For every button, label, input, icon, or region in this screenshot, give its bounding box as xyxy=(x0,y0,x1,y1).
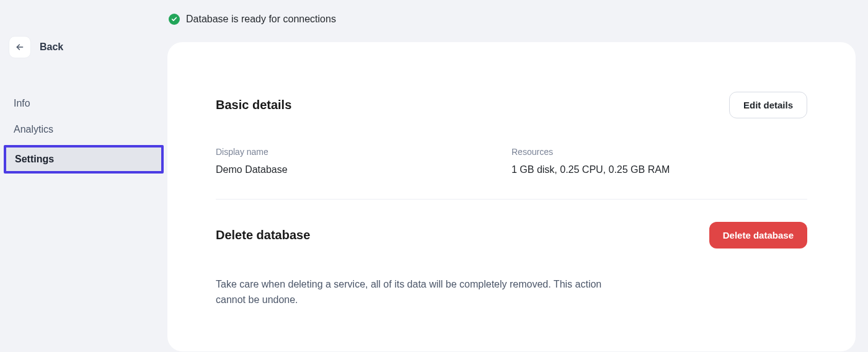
display-name-value: Demo Database xyxy=(216,164,512,175)
active-highlight: Settings xyxy=(4,145,164,174)
delete-description: Take care when deleting a service, all o… xyxy=(216,277,613,308)
edit-details-button[interactable]: Edit details xyxy=(729,92,807,118)
delete-section-title: Delete database xyxy=(216,228,310,242)
sidebar-item-settings[interactable]: Settings xyxy=(4,145,164,174)
sidebar-nav: Info Analytics Settings xyxy=(0,90,167,174)
status-success-icon xyxy=(169,14,180,25)
main: Database is ready for connections Basic … xyxy=(167,0,868,352)
sidebar-item-analytics[interactable]: Analytics xyxy=(0,117,167,143)
sidebar-item-label: Settings xyxy=(15,154,54,164)
status-text: Database is ready for connections xyxy=(186,14,336,25)
basic-details-header: Basic details Edit details xyxy=(216,92,807,118)
settings-card: Basic details Edit details Display name … xyxy=(167,42,856,351)
status-bar: Database is ready for connections xyxy=(167,14,856,25)
delete-database-button[interactable]: Delete database xyxy=(709,222,807,249)
section-divider xyxy=(216,199,807,200)
display-name-col: Display name Demo Database xyxy=(216,147,512,175)
back-label: Back xyxy=(40,42,63,53)
arrow-left-icon xyxy=(15,42,25,52)
delete-section-header: Delete database Delete database xyxy=(216,222,807,249)
sidebar-item-label: Info xyxy=(14,98,30,108)
basic-details-grid: Display name Demo Database Resources 1 G… xyxy=(216,147,807,175)
display-name-label: Display name xyxy=(216,147,512,157)
resources-value: 1 GB disk, 0.25 CPU, 0.25 GB RAM xyxy=(512,164,807,175)
resources-label: Resources xyxy=(512,147,807,157)
sidebar: Back Info Analytics Settings xyxy=(0,0,167,352)
app-root: Back Info Analytics Settings Data xyxy=(0,0,868,352)
resources-col: Resources 1 GB disk, 0.25 CPU, 0.25 GB R… xyxy=(512,147,807,175)
back-row: Back xyxy=(0,0,167,58)
sidebar-item-info[interactable]: Info xyxy=(0,90,167,117)
sidebar-item-label: Analytics xyxy=(14,124,53,134)
back-button[interactable] xyxy=(9,36,31,58)
basic-details-title: Basic details xyxy=(216,98,291,112)
